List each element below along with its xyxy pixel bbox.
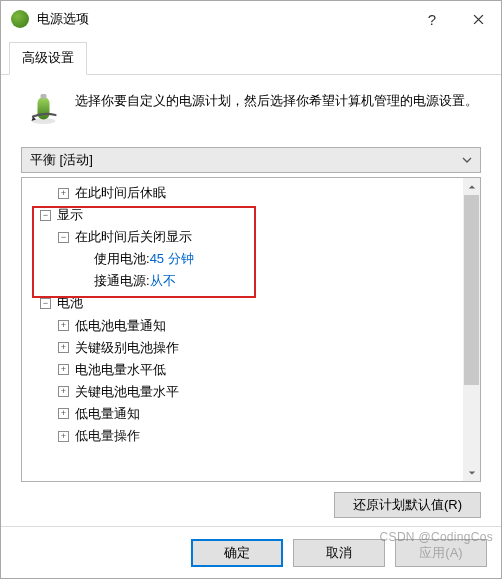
watermark-text: CSDN @CodingCos <box>380 530 493 544</box>
tree-item-display[interactable]: − 显示 <box>22 204 480 226</box>
collapse-icon[interactable]: − <box>58 232 69 243</box>
expand-icon[interactable]: + <box>58 342 69 353</box>
scroll-thumb[interactable] <box>464 195 479 385</box>
tree-item-low-level[interactable]: + 电池电量水平低 <box>22 359 480 381</box>
plugged-value[interactable]: 从不 <box>150 270 176 292</box>
svg-rect-1 <box>38 97 50 120</box>
ok-button[interactable]: 确定 <box>191 539 283 567</box>
scroll-down-button[interactable] <box>463 464 480 481</box>
intro-block: 选择你要自定义的电源计划，然后选择你希望计算机管理的电源设置。 <box>27 91 481 127</box>
collapse-icon[interactable]: − <box>40 210 51 221</box>
plan-dropdown[interactable]: 平衡 [活动] <box>21 147 481 173</box>
settings-tree: + 在此时间后休眠 − 显示 − 在此时间后关闭显示 使用电池: 45 分钟 <box>21 177 481 482</box>
titlebar: 电源选项 ? <box>1 1 501 37</box>
window-title: 电源选项 <box>37 10 409 28</box>
scroll-up-button[interactable] <box>463 178 480 195</box>
tab-advanced[interactable]: 高级设置 <box>9 42 87 75</box>
content-area: 选择你要自定义的电源计划，然后选择你希望计算机管理的电源设置。 平衡 [活动] … <box>1 75 501 526</box>
tree-item-on-battery[interactable]: 使用电池: 45 分钟 <box>22 248 480 270</box>
tree-item-crit-level[interactable]: + 关键电池电量水平 <box>22 381 480 403</box>
chevron-down-icon <box>458 151 476 169</box>
tree-item-plugged-in[interactable]: 接通电源: 从不 <box>22 270 480 292</box>
tree-item-low-action[interactable]: + 低电量操作 <box>22 425 480 447</box>
restore-row: 还原计划默认值(R) <box>21 492 481 518</box>
tree-item-low-notify[interactable]: + 低电池电量通知 <box>22 315 480 337</box>
cancel-button[interactable]: 取消 <box>293 539 385 567</box>
power-options-dialog: 电源选项 ? 高级设置 选择你要自定义的电源计划，然后选择你希望计算机管理的电源… <box>0 0 502 579</box>
tree-item-battery[interactable]: − 电池 <box>22 292 480 314</box>
help-button[interactable]: ? <box>409 4 455 34</box>
vertical-scrollbar[interactable] <box>463 178 480 481</box>
tree-item-low-notify2[interactable]: + 低电量通知 <box>22 403 480 425</box>
expand-icon[interactable]: + <box>58 188 69 199</box>
tree-item-sleep-after[interactable]: + 在此时间后休眠 <box>22 182 480 204</box>
tab-row: 高级设置 <box>1 37 501 75</box>
expand-icon[interactable]: + <box>58 431 69 442</box>
restore-defaults-button[interactable]: 还原计划默认值(R) <box>334 492 481 518</box>
expand-icon[interactable]: + <box>58 386 69 397</box>
svg-rect-2 <box>41 94 47 99</box>
tree-item-display-off-after[interactable]: − 在此时间后关闭显示 <box>22 226 480 248</box>
tree-item-crit-action[interactable]: + 关键级别电池操作 <box>22 337 480 359</box>
battery-icon <box>27 91 63 127</box>
on-battery-value[interactable]: 45 分钟 <box>150 248 194 270</box>
plan-selected: 平衡 [活动] <box>30 151 93 169</box>
power-icon <box>11 10 29 28</box>
expand-icon[interactable]: + <box>58 364 69 375</box>
intro-text: 选择你要自定义的电源计划，然后选择你希望计算机管理的电源设置。 <box>75 91 478 111</box>
expand-icon[interactable]: + <box>58 408 69 419</box>
close-button[interactable] <box>455 4 501 34</box>
collapse-icon[interactable]: − <box>40 298 51 309</box>
expand-icon[interactable]: + <box>58 320 69 331</box>
